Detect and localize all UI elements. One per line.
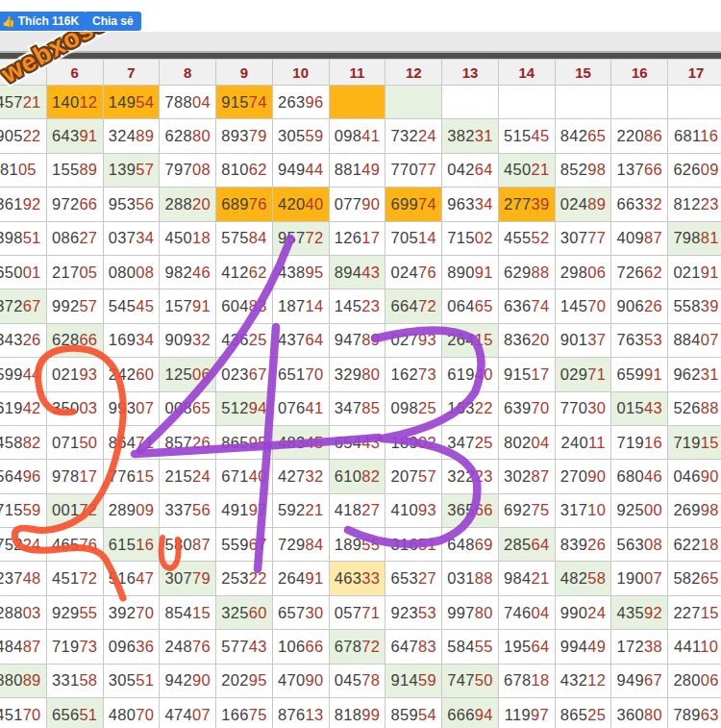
number-cell: 91459: [385, 664, 442, 697]
number-cell: 57743: [216, 630, 273, 664]
number-cell: 13766: [611, 153, 668, 187]
number-cell: 61940: [442, 358, 499, 391]
number-cell: 33756: [160, 493, 216, 527]
table-row: 4588207150864718572686595483456544318902…: [0, 425, 721, 459]
number-cell: 59944: [0, 358, 46, 391]
number-cell: 25322: [216, 562, 273, 595]
number-cell: 52688: [668, 391, 721, 425]
table-row: 8105155891395779708810629494488149770770…: [0, 153, 721, 187]
number-cell: 46576: [46, 528, 103, 562]
number-cell: 58455: [442, 630, 499, 664]
number-cell: 81899: [329, 698, 385, 728]
number-cell: 65443: [329, 425, 385, 459]
number-cell: 47407: [160, 698, 216, 728]
number-cell: 23748: [0, 562, 46, 595]
number-cell: 32980: [329, 358, 385, 391]
number-cell: 36566: [442, 493, 499, 527]
number-cell: 89379: [216, 119, 273, 153]
number-cell: 66694: [442, 698, 499, 728]
share-button-label: Chia sẻ: [92, 14, 134, 28]
number-cell: 67818: [498, 664, 555, 697]
number-cell: 42040: [272, 188, 329, 221]
number-cell: [385, 86, 442, 119]
number-cell: 14523: [329, 289, 385, 323]
column-header: 11: [329, 60, 385, 86]
number-cell: 78804: [160, 86, 216, 119]
number-cell: [498, 86, 555, 119]
number-cell: 63674: [498, 289, 555, 323]
number-cell: 72662: [611, 255, 668, 289]
number-cell: 32560: [216, 595, 273, 629]
number-cell: 15791: [160, 289, 216, 323]
number-cell: 77615: [103, 460, 160, 493]
column-header: 13: [442, 60, 499, 86]
number-cell: 96231: [668, 358, 721, 391]
number-cell: 65730: [272, 595, 329, 629]
lottery-number-table: 567891011121314151617 457211401214954788…: [0, 59, 721, 728]
number-cell: 03188: [442, 562, 499, 595]
number-cell: 81062: [216, 153, 273, 187]
number-cell: 34785: [329, 391, 385, 425]
number-cell: 47090: [272, 664, 329, 697]
number-cell: 36080: [611, 698, 668, 728]
number-cell: 14012: [46, 86, 103, 119]
number-cell: 51545: [498, 119, 555, 153]
number-cell: 38231: [442, 119, 499, 153]
number-cell: 45721: [0, 86, 46, 119]
number-cell: 64783: [385, 630, 442, 664]
number-cell: 90522: [0, 119, 46, 153]
number-cell: 04264: [442, 153, 499, 187]
number-cell: 85954: [385, 698, 442, 728]
number-cell: 73224: [385, 119, 442, 153]
grey-band: [0, 32, 721, 51]
number-cell: 43592: [611, 595, 668, 629]
number-cell: 90932: [160, 323, 216, 357]
number-cell: 71502: [442, 221, 499, 255]
lottery-grid-wrapper: 567891011121314151617 457211401214954788…: [0, 59, 721, 728]
number-cell: 91517: [498, 358, 555, 391]
facebook-like-button[interactable]: 👍Thích 116K: [0, 12, 87, 31]
table-row: 3726799257545451579160483187141452366472…: [0, 289, 721, 323]
number-cell: 60483: [216, 289, 273, 323]
number-cell: 20295: [216, 664, 273, 697]
number-cell: 02476: [385, 255, 442, 289]
number-cell: 63970: [498, 391, 555, 425]
number-cell: 79708: [160, 153, 216, 187]
number-cell: 71916: [611, 425, 668, 459]
number-cell: 51647: [103, 562, 160, 595]
number-cell: 10666: [272, 630, 329, 664]
number-cell: 65001: [0, 255, 46, 289]
number-cell: 12506: [160, 358, 216, 391]
number-cell: 46333: [329, 562, 385, 595]
column-header: 17: [668, 60, 721, 86]
number-cell: 41827: [329, 493, 385, 527]
number-cell: 27739: [498, 188, 555, 221]
column-header: 7: [103, 60, 160, 86]
number-cell: 89443: [329, 255, 385, 289]
number-cell: 16322: [442, 391, 499, 425]
number-cell: 79881: [668, 221, 721, 255]
number-cell: 68976: [216, 188, 273, 221]
thumbs-up-icon: 👍: [2, 15, 15, 27]
number-cell: 97266: [46, 188, 103, 221]
table-row: 6194235003993070086551294076413478509825…: [0, 391, 721, 425]
number-cell: 27090: [555, 460, 611, 493]
number-cell: 05771: [329, 595, 385, 629]
number-cell: 56308: [611, 528, 668, 562]
number-cell: 07641: [272, 391, 329, 425]
number-cell: 45552: [498, 221, 555, 255]
number-cell: 02971: [555, 358, 611, 391]
number-cell: 89091: [442, 255, 499, 289]
number-cell: 02793: [385, 323, 442, 357]
number-cell: 83620: [498, 323, 555, 357]
facebook-share-button[interactable]: Chia sẻ: [85, 12, 141, 31]
number-cell: 28820: [160, 188, 216, 221]
number-cell: 71973: [46, 630, 103, 664]
number-cell: 56496: [0, 460, 46, 493]
number-cell: [555, 86, 611, 119]
number-cell: 90137: [555, 323, 611, 357]
number-cell: 99449: [555, 630, 611, 664]
number-cell: 85298: [555, 153, 611, 187]
number-cell: 48070: [103, 698, 160, 728]
number-cell: 70514: [385, 221, 442, 255]
